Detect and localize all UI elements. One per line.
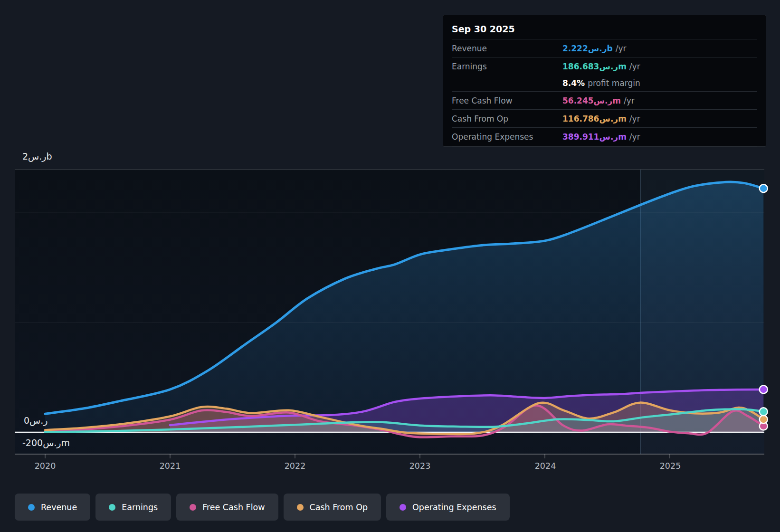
profit-margin-value: 8.4%	[562, 78, 585, 88]
tooltip-row-profit-margin: 8.4% profit margin	[452, 75, 757, 91]
x-axis-label-2023: 2023	[409, 461, 431, 471]
operating-expenses-dot-icon	[400, 504, 406, 511]
y-axis-label-neg200: -200ر.سm	[22, 437, 70, 448]
tooltip-bottom-divider	[452, 146, 757, 149]
tooltip-label: Cash From Op	[452, 114, 562, 124]
tooltip-suffix: /yr	[629, 62, 640, 71]
tooltip-value: 389.911ر.سm	[562, 132, 627, 142]
operating-expenses-end-marker[interactable]	[760, 385, 768, 393]
legend-pill-free-cash-flow[interactable]: Free Cash Flow	[176, 494, 278, 521]
legend-label: Revenue	[41, 503, 77, 512]
profit-margin-text: profit margin	[588, 78, 640, 88]
tooltip-date: Sep 30 2025	[452, 20, 757, 39]
tooltip-label: Revenue	[452, 44, 562, 53]
legend-pill-revenue[interactable]: Revenue	[15, 494, 90, 521]
tooltip-value: 2.222ر.سb	[562, 44, 613, 53]
earnings-dot-icon	[109, 504, 115, 511]
revenue-end-marker[interactable]	[760, 184, 768, 192]
cash-from-op-dot-icon	[297, 504, 304, 511]
tooltip-value: 56.245ر.سm	[562, 96, 621, 105]
tooltip-card: Sep 30 2025 Revenue 2.222ر.سb /yr Earnin…	[443, 15, 766, 147]
legend-label: Earnings	[122, 503, 158, 512]
tooltip-row-revenue: Revenue 2.222ر.سb /yr	[452, 39, 757, 57]
free-cash-flow-dot-icon	[190, 504, 196, 511]
tooltip-row-opex: Operating Expenses 389.911ر.سm /yr	[452, 127, 757, 145]
revenue-dot-icon	[28, 504, 35, 511]
tooltip-row-cashop: Cash From Op 116.786ر.سm /yr	[452, 109, 757, 127]
tooltip-label: Earnings	[452, 62, 562, 71]
y-axis-label-0: 0ر.س	[24, 415, 48, 426]
x-axis-label-2024: 2024	[535, 461, 556, 471]
tooltip-suffix: /yr	[624, 96, 635, 105]
tooltip-suffix: /yr	[629, 114, 640, 124]
tooltip-label: Operating Expenses	[452, 132, 562, 142]
tooltip-label: Free Cash Flow	[452, 96, 562, 105]
tooltip-suffix: /yr	[616, 44, 627, 53]
tooltip-row-earnings: Earnings 186.683ر.سm /yr	[452, 57, 757, 75]
tooltip-value: 186.683ر.سm	[562, 62, 627, 71]
x-axis-label-2022: 2022	[285, 461, 306, 471]
legend: Revenue Earnings Free Cash Flow Cash Fro…	[15, 494, 510, 521]
x-axis-label-2021: 2021	[160, 461, 181, 471]
x-axis-label-2020: 2020	[35, 461, 56, 471]
legend-pill-cash-from-op[interactable]: Cash From Op	[284, 494, 381, 521]
tooltip-suffix: /yr	[629, 132, 640, 142]
legend-label: Operating Expenses	[412, 503, 496, 512]
earnings-end-marker[interactable]	[760, 408, 768, 416]
chart-page: 2ر.سb 0ر.س -200ر.سm 2020 2021 2022 2023 …	[0, 0, 780, 532]
legend-pill-operating-expenses[interactable]: Operating Expenses	[386, 494, 509, 521]
x-axis-label-2025: 2025	[660, 461, 681, 471]
y-axis-label-2b: 2ر.سb	[22, 151, 52, 162]
tooltip-value: 116.786ر.سm	[562, 114, 627, 124]
cash-from-op-end-marker[interactable]	[760, 415, 768, 423]
legend-label: Cash From Op	[310, 503, 368, 512]
legend-pill-earnings[interactable]: Earnings	[95, 494, 171, 521]
tooltip-row-fcf: Free Cash Flow 56.245ر.سm /yr	[452, 91, 757, 109]
legend-label: Free Cash Flow	[202, 503, 265, 512]
